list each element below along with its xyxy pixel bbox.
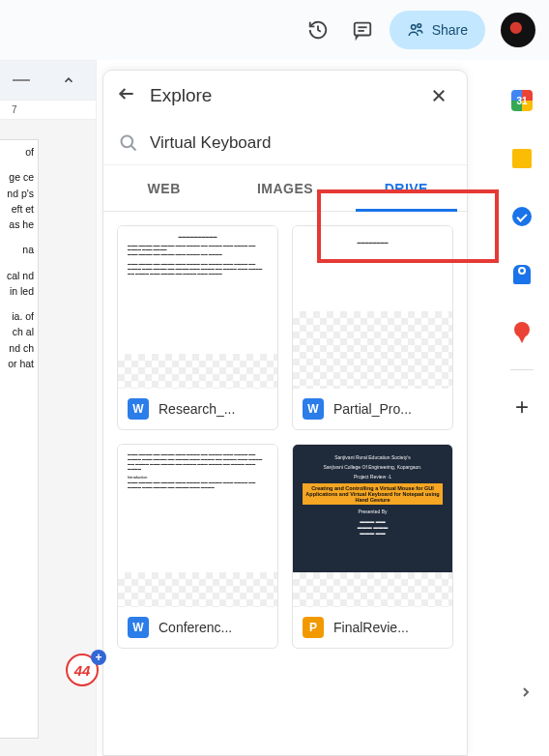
slides-file-icon: P xyxy=(303,617,324,638)
result-footer: P FinalRevie... xyxy=(293,607,452,648)
slide-line: Sanjivani College Of Engineering, Koparg… xyxy=(303,464,443,470)
collapse-chevron-up-icon[interactable] xyxy=(54,66,83,95)
history-icon[interactable] xyxy=(301,13,335,47)
back-arrow-icon[interactable] xyxy=(117,84,136,107)
thumbnail-transparent-area xyxy=(293,311,452,389)
result-filename: Research_... xyxy=(159,401,235,417)
result-thumbnail: Sanjivani Rural Education Society's Sanj… xyxy=(293,445,452,572)
ruler: 7 xyxy=(0,101,96,120)
calendar-icon[interactable]: 31 xyxy=(510,89,534,112)
doc-text-fragment: of xyxy=(4,144,34,160)
tab-images[interactable]: IMAGES xyxy=(224,165,345,211)
search-icon xyxy=(119,133,138,153)
notifications-badge[interactable]: 44 + xyxy=(66,654,102,690)
doc-text-fragment: ge ce nd p's eft et as he xyxy=(4,169,34,232)
explore-panel: Explore WEB IMAGES DRIVE ▬▬▬▬▬▬▬▬▬▬▬▬▬ ▬… xyxy=(102,70,468,756)
results-grid: ▬▬▬▬▬▬▬▬▬▬▬▬▬ ▬▬▬▬ ▬▬ ▬▬▬▬ ▬▬▬ ▬▬▬▬ ▬▬ ▬… xyxy=(103,212,467,662)
thumbnail-transparent-area xyxy=(118,354,277,389)
result-card[interactable]: Sanjivani Rural Education Society's Sanj… xyxy=(292,444,453,649)
doc-text-fragment: ia. of ch al nd ch or hat xyxy=(4,308,34,371)
explore-title: Explore xyxy=(150,85,411,106)
slide-line: Presented By xyxy=(303,509,443,514)
doc-text-fragment: cal nd in led xyxy=(4,268,34,300)
avatar[interactable] xyxy=(501,13,535,47)
word-file-icon: W xyxy=(303,398,324,420)
doc-toolbar xyxy=(0,60,96,101)
result-footer: W Partial_Pro... xyxy=(293,389,452,429)
search-input[interactable] xyxy=(150,133,451,153)
slide-line: Sanjivani Rural Education Society's xyxy=(303,454,443,460)
ruler-mark: 7 xyxy=(12,104,17,115)
explore-tabs: WEB IMAGES DRIVE xyxy=(103,165,467,212)
tab-web[interactable]: WEB xyxy=(103,165,224,211)
result-footer: W Research_... xyxy=(118,389,277,429)
document-background: 7 of ge ce nd p's eft et as he na cal nd… xyxy=(0,60,97,756)
explore-header: Explore xyxy=(103,71,467,121)
close-icon[interactable] xyxy=(424,81,453,110)
result-card[interactable]: ▬▬▬▬▬▬▬▬▬▬▬▬▬ ▬▬▬▬ ▬▬ ▬▬▬▬ ▬▬▬ ▬▬▬▬ ▬▬ ▬… xyxy=(117,225,278,430)
svg-point-3 xyxy=(411,25,416,30)
badge-plus-icon: + xyxy=(91,650,106,665)
tasks-icon[interactable] xyxy=(510,205,534,228)
divider-icon xyxy=(13,79,30,81)
result-thumbnail: ▬▬▬ ▬▬▬▬ ▬▬ ▬▬▬▬ ▬▬▬ ▬▬▬▬ ▬▬ ▬▬▬▬ ▬▬▬ ▬▬… xyxy=(118,445,277,572)
share-label: Share xyxy=(432,22,468,38)
result-filename: Conferenc... xyxy=(159,620,232,635)
result-filename: Partial_Pro... xyxy=(333,401,412,417)
comments-icon[interactable] xyxy=(345,13,380,47)
result-card[interactable]: ▬▬▬▬▬▬▬▬ W Partial_Pro... xyxy=(292,225,453,430)
rail-divider xyxy=(510,369,534,370)
badge-count: 44 xyxy=(74,662,91,679)
add-addon-button[interactable]: + xyxy=(510,395,534,419)
contacts-icon[interactable] xyxy=(510,263,534,286)
result-thumbnail: ▬▬▬▬▬▬▬▬ xyxy=(293,226,452,311)
word-file-icon: W xyxy=(128,398,149,420)
search-row xyxy=(103,121,467,165)
right-side-panel: 31 + xyxy=(495,60,549,756)
slide-highlight: Creating and Controlling a Virtual Mouse… xyxy=(303,483,443,505)
tab-drive[interactable]: DRIVE xyxy=(346,165,467,211)
collapse-panel-chevron-right-icon[interactable] xyxy=(518,684,534,704)
keep-icon[interactable] xyxy=(510,147,534,170)
word-file-icon: W xyxy=(128,617,149,638)
result-footer: W Conferenc... xyxy=(118,607,277,648)
slide-line: Project Review -1 xyxy=(303,474,443,480)
svg-point-4 xyxy=(418,24,421,28)
doc-text-fragment: na xyxy=(4,242,34,257)
calendar-day-number: 31 xyxy=(516,96,527,106)
top-toolbar: Share xyxy=(0,0,549,60)
result-filename: FinalRevie... xyxy=(333,620,409,635)
share-button[interactable]: Share xyxy=(390,11,485,49)
svg-point-8 xyxy=(122,135,133,147)
svg-line-9 xyxy=(131,145,136,150)
thumbnail-transparent-area xyxy=(293,572,452,607)
result-card[interactable]: ▬▬▬ ▬▬▬▬ ▬▬ ▬▬▬▬ ▬▬▬ ▬▬▬▬ ▬▬ ▬▬▬▬ ▬▬▬ ▬▬… xyxy=(117,444,278,649)
svg-rect-0 xyxy=(354,23,370,36)
document-page[interactable]: of ge ce nd p's eft et as he na cal nd i… xyxy=(0,139,39,739)
thumbnail-transparent-area xyxy=(118,572,277,607)
result-thumbnail: ▬▬▬▬▬▬▬▬▬▬▬▬▬ ▬▬▬▬ ▬▬ ▬▬▬▬ ▬▬▬ ▬▬▬▬ ▬▬ ▬… xyxy=(118,226,277,354)
maps-icon[interactable] xyxy=(510,321,534,344)
